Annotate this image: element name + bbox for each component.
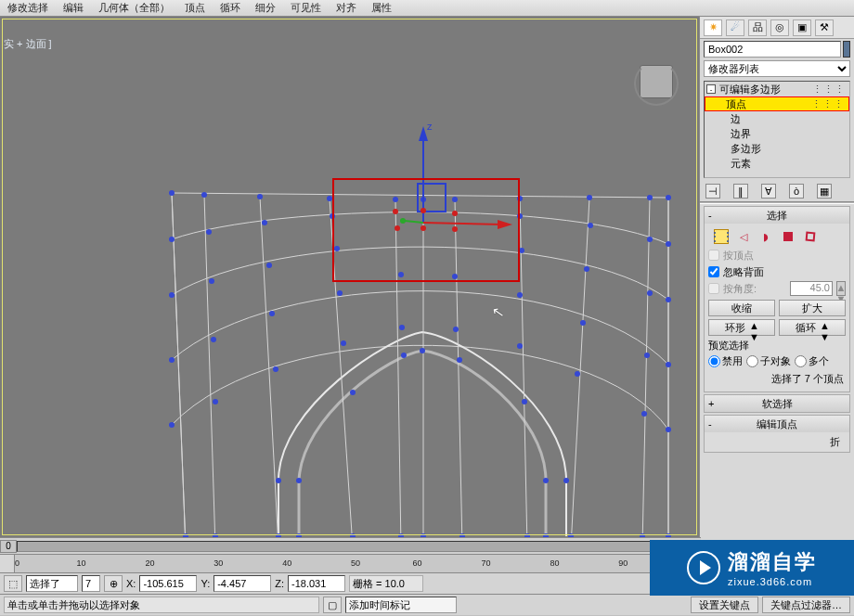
hierarchy-icon: 品 xyxy=(753,20,763,34)
radio-subobj[interactable] xyxy=(746,355,758,367)
tab-motion[interactable]: ◎ xyxy=(770,19,789,36)
svg-point-35 xyxy=(584,266,589,272)
key-icon: ▢ xyxy=(328,599,337,611)
break-button-partial[interactable]: 折 xyxy=(830,436,840,447)
viewcube[interactable] xyxy=(630,59,682,111)
shrink-button[interactable]: 收缩 xyxy=(708,300,775,316)
time-track[interactable] xyxy=(17,541,671,552)
ignore-backfacing-row: 忽略背面 xyxy=(708,263,846,280)
x-label: X: xyxy=(126,578,136,589)
tab-display[interactable]: ▣ xyxy=(793,19,811,36)
radio-multi[interactable] xyxy=(795,355,807,367)
lock-icon: ⬚ xyxy=(8,578,18,590)
menu-bar: 修改选择 编辑 几何体（全部） 顶点 循环 细分 可见性 对齐 属性 xyxy=(0,0,854,17)
stack-edge[interactable]: 边 xyxy=(705,111,849,126)
rollout-soft-head[interactable]: +软选择 xyxy=(705,395,849,412)
x-value[interactable]: -105.615 xyxy=(139,575,197,592)
svg-point-65 xyxy=(543,478,549,483)
element-mode-button[interactable] xyxy=(803,229,818,244)
menu-edit[interactable]: 编辑 xyxy=(56,1,91,15)
stack-polygon[interactable]: 多边形 xyxy=(705,141,849,156)
svg-point-37 xyxy=(666,297,671,302)
pin-stack-button[interactable]: ⊣ xyxy=(705,184,720,199)
border-mode-button[interactable]: ◗ xyxy=(758,229,773,244)
svg-line-1 xyxy=(204,195,215,537)
menu-properties[interactable]: 属性 xyxy=(364,1,399,15)
svg-point-38 xyxy=(169,357,175,363)
angle-spinner: ▲▼ xyxy=(836,281,846,296)
time-slider[interactable]: 0 < > xyxy=(0,537,701,554)
rollout-editvert-head[interactable]: -编辑顶点 xyxy=(705,416,849,432)
by-angle-row: 按角度: 45.0 ▲▼ xyxy=(708,280,846,297)
selected-field: 选择了 xyxy=(26,575,78,592)
z-value[interactable]: -18.031 xyxy=(288,575,345,592)
selection-marquee xyxy=(332,178,520,282)
svg-line-0 xyxy=(172,193,186,537)
menu-vertex[interactable]: 顶点 xyxy=(177,1,213,15)
y-value[interactable]: -4.457 xyxy=(214,575,271,592)
show-end-result-button[interactable]: ‖ xyxy=(733,184,748,199)
rollout-selection-head[interactable]: -选择 xyxy=(705,207,849,224)
menu-visibility[interactable]: 可见性 xyxy=(283,1,329,15)
tab-utilities[interactable]: ⚒ xyxy=(815,19,834,36)
stack-root[interactable]: - 可编辑多边形 ⋮⋮⋮ xyxy=(705,82,849,96)
viewport[interactable]: 实 + 边面 ] xyxy=(0,17,699,537)
grow-button[interactable]: 扩大 xyxy=(779,300,846,316)
remove-modifier-button[interactable]: ò xyxy=(789,184,804,199)
angle-value: 45.0 xyxy=(790,281,833,296)
configure-sets-button[interactable]: ▦ xyxy=(817,184,832,199)
svg-point-23 xyxy=(206,229,212,235)
object-color-swatch[interactable] xyxy=(843,41,850,58)
display-icon: ▣ xyxy=(797,21,807,33)
svg-point-66 xyxy=(563,478,569,483)
menu-align[interactable]: 对齐 xyxy=(329,1,364,15)
svg-point-28 xyxy=(647,237,653,242)
config-icon: ▦ xyxy=(820,186,829,198)
menu-modify-selection[interactable]: 修改选择 xyxy=(0,1,56,15)
tab-hierarchy[interactable]: 品 xyxy=(748,19,767,36)
vertex-mode-button[interactable]: ⋮⋮ xyxy=(714,229,729,244)
make-unique-button[interactable]: ∀ xyxy=(761,184,776,199)
modifier-stack[interactable]: - 可编辑多边形 ⋮⋮⋮ 顶点⋮⋮⋮ 边 边界 多边形 元素 xyxy=(704,81,850,178)
unique-icon: ∀ xyxy=(765,186,772,198)
ignore-backfacing-checkbox[interactable] xyxy=(708,266,719,277)
stack-element[interactable]: 元素 xyxy=(705,156,849,171)
tab-create[interactable]: ✷ xyxy=(704,19,722,36)
modifier-list-select[interactable]: 修改器列表 xyxy=(704,60,850,77)
loop-button[interactable]: 循环▲▼ xyxy=(779,319,846,336)
menu-loop[interactable]: 循环 xyxy=(213,1,248,15)
selected-count-field: 7 xyxy=(82,575,100,592)
stack-vertex[interactable]: 顶点⋮⋮⋮ xyxy=(705,96,849,111)
svg-point-20 xyxy=(647,195,653,200)
svg-point-54 xyxy=(517,343,523,349)
radio-disable[interactable] xyxy=(708,355,720,367)
transform-mode-button[interactable]: ⊕ xyxy=(104,575,123,592)
add-time-tag[interactable]: 添加时间标记 xyxy=(345,597,457,613)
stack-border[interactable]: 边界 xyxy=(705,126,849,141)
svg-point-51 xyxy=(341,340,346,346)
time-position-label[interactable]: 0 xyxy=(0,540,17,553)
subobject-icons: ⋮⋮ ◁ ◗ xyxy=(708,226,846,247)
svg-point-61 xyxy=(401,353,407,358)
menu-geometry[interactable]: 几何体（全部） xyxy=(91,1,177,15)
watermark-sub: zixue.3d66.com xyxy=(728,576,817,587)
setkey-button[interactable]: 设置关键点 xyxy=(691,597,758,613)
expand-icon[interactable]: - xyxy=(706,84,716,94)
timeline-lock-button[interactable]: ▢ xyxy=(323,597,342,613)
polygon-mode-button[interactable] xyxy=(781,229,796,244)
tab-modify[interactable]: ☄ xyxy=(726,19,744,36)
ring-button[interactable]: 环形▲▼ xyxy=(708,319,775,336)
command-panel: ✷ ☄ 品 ◎ ▣ ⚒ 修改器列表 - 可编辑多边形 ⋮⋮⋮ 顶点⋮⋮⋮ 边 边… xyxy=(699,17,854,610)
object-name-input[interactable] xyxy=(704,41,841,58)
lock-selection-button[interactable]: ⬚ xyxy=(4,575,22,592)
time-ruler[interactable]: 0 10 20 30 40 50 60 70 80 90 100 xyxy=(0,554,701,572)
menu-subdiv[interactable]: 细分 xyxy=(248,1,283,15)
svg-point-63 xyxy=(457,357,462,363)
edge-mode-button[interactable]: ◁ xyxy=(736,229,751,244)
svg-point-49 xyxy=(213,399,218,404)
border-icon: ◗ xyxy=(763,231,769,243)
polygon-icon xyxy=(783,232,793,241)
svg-point-24 xyxy=(262,220,267,225)
panel-tabs: ✷ ☄ 品 ◎ ▣ ⚒ xyxy=(700,17,854,39)
keyfilter-button[interactable]: 关键点过滤器… xyxy=(762,597,850,613)
